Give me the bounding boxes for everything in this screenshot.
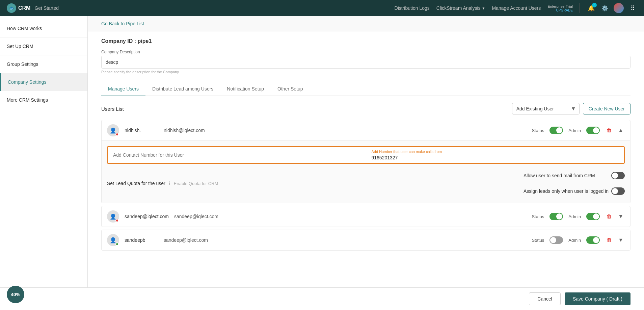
sidebar-item-group-settings[interactable]: Group Settings [0,55,87,73]
user-status-dot-sandeepb [115,242,119,246]
user-status-toggle-sandeep[interactable] [549,213,563,220]
settings-button[interactable]: ⚙️ [600,3,610,13]
user-admin-toggle-sandeep[interactable] [586,213,600,220]
progress-badge[interactable]: 40% [7,286,24,303]
user-row-main-nidhish: 👤 nidhish. nidhish@iqlect.com Status Adm… [102,120,630,140]
tab-manage-users[interactable]: Manage Users [101,82,145,96]
call-number-section: Add Number that user can make calls from… [366,147,624,163]
delete-user-sandeep-button[interactable]: 🗑 [605,212,613,221]
user-avatar-sandeep: 👤 [107,210,119,223]
tab-notification-setup[interactable]: Notification Setup [220,82,271,96]
logo-icon: 🐟 [7,3,16,13]
save-company-draft-button[interactable]: Save Company ( Draft ) [565,292,630,305]
contact-number-input[interactable] [108,147,366,163]
user-avatar-sandeepb: 👤 [107,234,119,246]
sidebar-item-how-crm-works[interactable]: How CRM works [0,20,87,37]
clickstream-analysis-link[interactable]: ClickStream Analysis ▼ [436,5,485,11]
user-email-sandeep: sandeep@iqlect.com [174,214,526,219]
back-to-pipe-list-link[interactable]: Go Back to Pipe List [88,16,644,31]
distribution-logs-link[interactable]: Distribution Logs [395,5,430,11]
user-status-label-sandeep: Status [532,214,544,219]
user-row-sandeep: 👤 sandeep@iqlect.com sandeep@iqlect.com … [101,206,630,227]
sidebar-item-set-up-crm[interactable]: Set Up CRM [0,37,87,55]
user-status-toggle-nidhish[interactable] [549,127,563,134]
add-existing-user-select[interactable]: Add Existing User [512,103,580,114]
tab-other-setup[interactable]: Other Setup [271,82,310,96]
gear-icon: ⚙️ [601,5,608,11]
toggle-knob [593,237,599,243]
tab-distribute-lead[interactable]: Distribute Lead among Users [145,82,220,96]
chevron-down-icon: ▼ [482,6,485,10]
contact-number-row: Add Number that user can make calls from… [107,146,625,164]
toggle-knob [593,127,599,133]
call-number-label: Add Number that user can make calls from [372,150,619,154]
quota-row: Set Lead Quota for the user ℹ Enable Quo… [107,181,218,186]
company-id-display: Company ID : pipe1 [101,38,630,44]
logo[interactable]: 🐟 CRM [7,3,30,13]
user-status-label-nidhish: Status [532,128,544,133]
toggle-knob [556,127,562,133]
user-expanded-nidhish: Add Number that user can make calls from… [102,140,630,203]
user-avatar[interactable] [614,3,624,13]
quota-link[interactable]: Enable Quota for CRM [174,181,218,186]
user-admin-label-sandeepb: Admin [568,238,581,243]
user-avatar-nidhish: 👤 [107,124,119,136]
user-name-nidhish: nidhish. [125,128,158,133]
assign-toggle[interactable] [611,187,625,195]
sidebar-item-company-settings[interactable]: Company Settings [0,73,87,91]
delete-user-sandeepb-button[interactable]: 🗑 [605,236,613,244]
user-row-actions-sandeep: 🗑 ▼ [605,212,625,221]
user-status-dot-sandeep [115,219,119,222]
user-row-sandeepb: 👤 sandeepb sandeep@iqlect.com Status Adm… [101,230,630,251]
company-description-label: Company Description [101,50,630,54]
main-content: Go Back to Pipe List Company ID : pipe1 … [88,16,644,287]
mail-label: Allow user to send mail from CRM [524,173,595,178]
user-admin-toggle-nidhish[interactable] [586,127,600,134]
user-admin-label-nidhish: Admin [568,128,581,133]
create-new-user-button[interactable]: Create New User [583,103,630,114]
mail-toggle[interactable] [611,172,625,179]
user-email-sandeepb: sandeep@iqlect.com [164,237,526,243]
sidebar-item-more-crm-settings[interactable]: More CRM Settings [0,91,87,109]
quota-help-icon[interactable]: ℹ [169,181,170,186]
toggle-knob [556,213,562,219]
users-actions: Add Existing User ▼ Create New User [512,103,630,114]
bottom-bar: Cancel Save Company ( Draft ) [0,287,644,310]
user-status-toggle-sandeepb[interactable] [549,236,563,244]
company-description-field: Company Description Please specify the d… [101,50,630,74]
user-status-label-sandeepb: Status [532,238,544,243]
users-list-title: Users List [101,106,124,112]
notification-bell-button[interactable]: 🔔 0 [587,3,596,13]
assign-row: Assign leads only when user is logged in [524,185,625,198]
expand-user-sandeep-button[interactable]: ▼ [617,212,625,221]
get-started-link[interactable]: Get Started [34,5,59,11]
sidebar: How CRM works Set Up CRM Group Settings … [0,16,88,287]
user-row-main-sandeepb: 👤 sandeepb sandeep@iqlect.com Status Adm… [102,230,630,250]
mail-row: Allow user to send mail from CRM [524,169,625,182]
toggle-knob [612,188,618,194]
call-number-value: 9165201327 [372,155,619,160]
cancel-button[interactable]: Cancel [529,292,561,305]
user-row-actions-nidhish: 🗑 ▲ [605,126,625,135]
add-existing-user-wrapper: Add Existing User ▼ [512,103,580,114]
user-row-main-sandeep: 👤 sandeep@iqlect.com sandeep@iqlect.com … [102,206,630,227]
user-admin-label-sandeep: Admin [568,214,581,219]
collapse-user-nidhish-button[interactable]: ▲ [617,126,625,135]
user-admin-toggle-sandeepb[interactable] [586,236,600,244]
assign-label: Assign leads only when user is logged in [524,188,609,194]
nav-icons: 🔔 0 ⚙️ ⠿ [587,3,637,13]
enterprise-badge: Enterprise-Trial UPGRADE [547,4,573,12]
notification-count-badge: 0 [592,3,597,7]
company-description-hint: Please specify the description for the C… [101,70,630,74]
delete-user-nidhish-button[interactable]: 🗑 [605,126,613,135]
user-row-actions-sandeepb: 🗑 ▼ [605,236,625,244]
logo-text: CRM [18,5,30,11]
user-name-sandeep: sandeep@iqlect.com [125,214,169,219]
expand-user-sandeepb-button[interactable]: ▼ [617,236,625,244]
manage-account-users-link[interactable]: Manage Account Users [492,5,541,11]
user-status-dot-nidhish [115,133,119,136]
company-description-input[interactable] [101,56,630,69]
users-header: Users List Add Existing User ▼ Create Ne… [101,103,630,114]
grid-icon: ⠿ [630,4,635,12]
grid-menu-button[interactable]: ⠿ [628,3,637,13]
